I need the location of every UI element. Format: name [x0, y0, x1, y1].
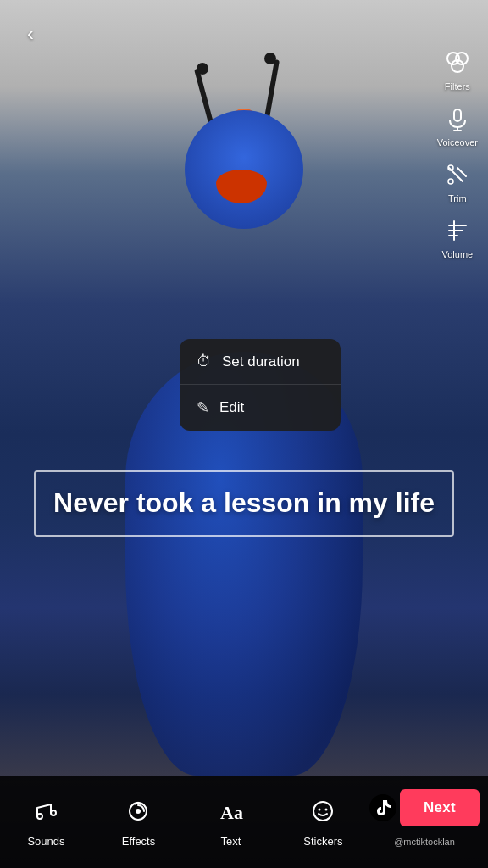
tab-sounds[interactable]: Sounds: [0, 788, 92, 848]
username-label: @mctiktocklan: [394, 837, 455, 847]
bottom-tabs: Sounds Effects Aa Text: [0, 788, 369, 856]
voiceover-label: Voiceover: [437, 137, 478, 147]
svg-point-18: [319, 808, 321, 810]
tiktok-logo: [369, 794, 396, 821]
edit-icon: ✎: [197, 398, 209, 417]
volume-button[interactable]: Volume: [441, 219, 473, 259]
clock-icon: ⏱: [197, 353, 212, 370]
trim-icon: [446, 163, 469, 190]
antenna-ball-left: [197, 63, 208, 75]
stickers-icon: [310, 798, 336, 830]
text-overlay[interactable]: Never took a lesson in my life: [34, 470, 454, 537]
filters-button[interactable]: Filters: [445, 51, 470, 92]
svg-text:Aa: Aa: [220, 802, 243, 823]
back-icon: ‹: [27, 22, 34, 46]
voiceover-button[interactable]: Voiceover: [437, 107, 478, 147]
text-icon: Aa: [218, 798, 243, 830]
trim-label: Trim: [448, 193, 467, 203]
filters-label: Filters: [445, 81, 470, 92]
set-duration-label: Set duration: [222, 353, 300, 370]
sounds-label: Sounds: [27, 835, 64, 848]
right-toolbar: Filters Voiceover Trim: [437, 51, 478, 259]
svg-point-19: [325, 808, 328, 810]
text-label: Text: [221, 835, 241, 848]
sounds-icon: [33, 798, 58, 830]
svg-rect-3: [454, 109, 461, 121]
filters-icon: [446, 51, 469, 78]
trim-button[interactable]: Trim: [446, 163, 469, 203]
back-button[interactable]: ‹: [14, 17, 47, 51]
edit-label: Edit: [219, 399, 244, 416]
context-menu: ⏱ Set duration ✎ Edit: [180, 339, 341, 431]
overlay-text-content: Never took a lesson in my life: [53, 486, 435, 521]
tab-text[interactable]: Aa Text: [185, 788, 277, 848]
effects-label: Effects: [122, 835, 156, 848]
next-button[interactable]: Next: [400, 789, 480, 826]
edit-item[interactable]: ✎ Edit: [180, 385, 341, 431]
volume-icon: [446, 219, 469, 246]
set-duration-item[interactable]: ⏱ Set duration: [180, 339, 341, 385]
svg-point-13: [51, 810, 56, 815]
tab-stickers[interactable]: Stickers: [277, 788, 369, 848]
tab-effects[interactable]: Effects: [92, 788, 185, 848]
effects-icon: [125, 798, 151, 830]
next-area: Next @mctiktocklan: [369, 789, 488, 855]
voiceover-icon: [446, 107, 469, 134]
bottom-bar: Sounds Effects Aa Text: [0, 776, 488, 868]
volume-label: Volume: [441, 249, 473, 259]
stickers-label: Stickers: [303, 835, 342, 848]
svg-point-12: [37, 814, 42, 819]
svg-point-17: [313, 802, 332, 821]
svg-point-15: [136, 809, 141, 814]
svg-point-7: [448, 179, 453, 184]
top-nav: ‹: [0, 0, 488, 59]
